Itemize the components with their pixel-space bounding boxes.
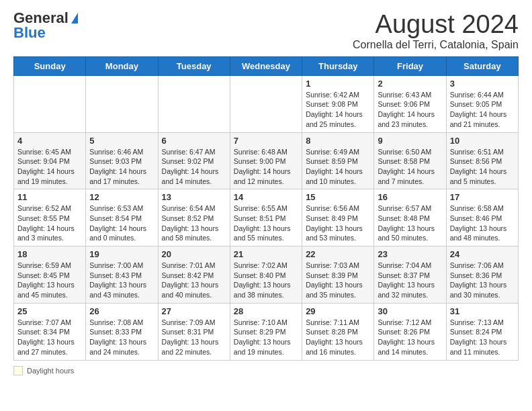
calendar-cell [158,75,230,132]
calendar-cell: 13Sunrise: 6:54 AM Sunset: 8:52 PM Dayli… [158,189,230,246]
day-number: 3 [450,79,515,89]
day-content: Sunrise: 7:11 AM Sunset: 8:28 PM Dayligh… [306,318,370,357]
day-number: 8 [306,136,370,146]
day-content: Sunrise: 6:56 AM Sunset: 8:49 PM Dayligh… [306,203,370,243]
day-number: 23 [378,249,442,259]
day-content: Sunrise: 6:57 AM Sunset: 8:48 PM Dayligh… [378,203,442,243]
day-number: 6 [162,136,226,146]
day-number: 12 [89,192,154,202]
day-number: 17 [450,192,515,202]
calendar-cell: 11Sunrise: 6:52 AM Sunset: 8:55 PM Dayli… [14,189,86,246]
day-content: Sunrise: 6:45 AM Sunset: 9:04 PM Dayligh… [17,147,82,187]
day-content: Sunrise: 6:59 AM Sunset: 8:45 PM Dayligh… [17,261,82,300]
day-number: 18 [17,249,82,259]
logo: General Blue [13,11,78,40]
day-content: Sunrise: 7:09 AM Sunset: 8:31 PM Dayligh… [162,318,226,357]
calendar-cell: 7Sunrise: 6:48 AM Sunset: 9:00 PM Daylig… [230,132,302,189]
day-number: 11 [17,192,82,202]
day-content: Sunrise: 7:13 AM Sunset: 8:24 PM Dayligh… [450,318,515,357]
title-block: August 2024 Cornella del Terri, Cataloni… [353,11,519,51]
weekday-header-friday: Friday [374,56,446,75]
day-number: 9 [378,136,442,146]
daylight-box-icon [13,366,23,375]
calendar-cell: 26Sunrise: 7:08 AM Sunset: 8:33 PM Dayli… [86,303,158,360]
calendar-week-row: 11Sunrise: 6:52 AM Sunset: 8:55 PM Dayli… [14,189,519,246]
weekday-header-sunday: Sunday [14,56,86,75]
day-number: 13 [162,192,226,202]
calendar-cell: 22Sunrise: 7:03 AM Sunset: 8:39 PM Dayli… [302,246,374,304]
calendar-header: SundayMondayTuesdayWednesdayThursdayFrid… [14,56,519,75]
calendar-cell: 31Sunrise: 7:13 AM Sunset: 8:24 PM Dayli… [446,303,518,360]
calendar-table: SundayMondayTuesdayWednesdayThursdayFrid… [13,56,519,361]
day-content: Sunrise: 7:01 AM Sunset: 8:42 PM Dayligh… [162,261,226,300]
day-content: Sunrise: 7:07 AM Sunset: 8:34 PM Dayligh… [17,318,82,357]
calendar-cell: 15Sunrise: 6:56 AM Sunset: 8:49 PM Dayli… [302,189,374,246]
weekday-header-wednesday: Wednesday [230,56,302,75]
day-content: Sunrise: 7:08 AM Sunset: 8:33 PM Dayligh… [89,318,154,357]
daylight-label: Daylight hours [27,367,74,375]
footer-note: Daylight hours [13,366,519,375]
day-number: 4 [17,136,82,146]
calendar-cell [14,75,86,132]
calendar-cell [230,75,302,132]
day-content: Sunrise: 7:03 AM Sunset: 8:39 PM Dayligh… [306,261,370,300]
day-number: 29 [306,306,370,316]
weekday-header-row: SundayMondayTuesdayWednesdayThursdayFrid… [14,56,519,75]
weekday-header-tuesday: Tuesday [158,56,230,75]
logo-blue-text: Blue [13,26,46,40]
day-content: Sunrise: 7:12 AM Sunset: 8:26 PM Dayligh… [378,318,442,357]
calendar-week-row: 1Sunrise: 6:42 AM Sunset: 9:08 PM Daylig… [14,75,519,132]
day-number: 14 [234,192,298,202]
day-content: Sunrise: 6:43 AM Sunset: 9:06 PM Dayligh… [378,90,442,130]
day-number: 7 [234,136,298,146]
calendar-subtitle: Cornella del Terri, Catalonia, Spain [353,39,519,51]
calendar-cell: 6Sunrise: 6:47 AM Sunset: 9:02 PM Daylig… [158,132,230,189]
calendar-cell: 17Sunrise: 6:58 AM Sunset: 8:46 PM Dayli… [446,189,518,246]
calendar-cell: 28Sunrise: 7:10 AM Sunset: 8:29 PM Dayli… [230,303,302,360]
header: General Blue August 2024 Cornella del Te… [13,11,519,51]
day-number: 20 [162,249,226,259]
day-number: 31 [450,306,515,316]
calendar-cell: 3Sunrise: 6:44 AM Sunset: 9:05 PM Daylig… [446,75,518,132]
day-number: 21 [234,249,298,259]
day-content: Sunrise: 7:00 AM Sunset: 8:43 PM Dayligh… [89,261,154,300]
day-number: 16 [378,192,442,202]
calendar-week-row: 25Sunrise: 7:07 AM Sunset: 8:34 PM Dayli… [14,303,519,360]
calendar-cell: 5Sunrise: 6:46 AM Sunset: 9:03 PM Daylig… [86,132,158,189]
calendar-cell: 24Sunrise: 7:06 AM Sunset: 8:36 PM Dayli… [446,246,518,304]
calendar-cell: 8Sunrise: 6:49 AM Sunset: 8:59 PM Daylig… [302,132,374,189]
day-content: Sunrise: 6:58 AM Sunset: 8:46 PM Dayligh… [450,203,515,243]
day-number: 2 [378,79,442,89]
logo-triangle-icon [71,13,78,24]
day-content: Sunrise: 7:10 AM Sunset: 8:29 PM Dayligh… [234,318,298,357]
day-content: Sunrise: 6:44 AM Sunset: 9:05 PM Dayligh… [450,90,515,130]
day-number: 10 [450,136,515,146]
day-content: Sunrise: 6:52 AM Sunset: 8:55 PM Dayligh… [17,203,82,243]
day-number: 1 [306,79,370,89]
calendar-cell: 10Sunrise: 6:51 AM Sunset: 8:56 PM Dayli… [446,132,518,189]
calendar-cell: 21Sunrise: 7:02 AM Sunset: 8:40 PM Dayli… [230,246,302,304]
day-content: Sunrise: 7:04 AM Sunset: 8:37 PM Dayligh… [378,261,442,300]
day-content: Sunrise: 6:51 AM Sunset: 8:56 PM Dayligh… [450,147,515,187]
calendar-cell: 30Sunrise: 7:12 AM Sunset: 8:26 PM Dayli… [374,303,446,360]
day-number: 24 [450,249,515,259]
calendar-cell: 19Sunrise: 7:00 AM Sunset: 8:43 PM Dayli… [86,246,158,304]
calendar-cell: 25Sunrise: 7:07 AM Sunset: 8:34 PM Dayli… [14,303,86,360]
day-number: 30 [378,306,442,316]
day-content: Sunrise: 6:48 AM Sunset: 9:00 PM Dayligh… [234,147,298,187]
calendar-title: August 2024 [353,11,519,39]
day-content: Sunrise: 7:06 AM Sunset: 8:36 PM Dayligh… [450,261,515,300]
weekday-header-monday: Monday [86,56,158,75]
calendar-cell: 27Sunrise: 7:09 AM Sunset: 8:31 PM Dayli… [158,303,230,360]
day-number: 19 [89,249,154,259]
calendar-cell: 1Sunrise: 6:42 AM Sunset: 9:08 PM Daylig… [302,75,374,132]
weekday-header-saturday: Saturday [446,56,518,75]
day-content: Sunrise: 6:53 AM Sunset: 8:54 PM Dayligh… [89,203,154,243]
logo-general-text: General [13,11,69,26]
calendar-cell: 18Sunrise: 6:59 AM Sunset: 8:45 PM Dayli… [14,246,86,304]
calendar-week-row: 4Sunrise: 6:45 AM Sunset: 9:04 PM Daylig… [14,132,519,189]
day-content: Sunrise: 7:02 AM Sunset: 8:40 PM Dayligh… [234,261,298,300]
calendar-cell: 29Sunrise: 7:11 AM Sunset: 8:28 PM Dayli… [302,303,374,360]
day-content: Sunrise: 6:50 AM Sunset: 8:58 PM Dayligh… [378,147,442,187]
day-content: Sunrise: 6:46 AM Sunset: 9:03 PM Dayligh… [89,147,154,187]
